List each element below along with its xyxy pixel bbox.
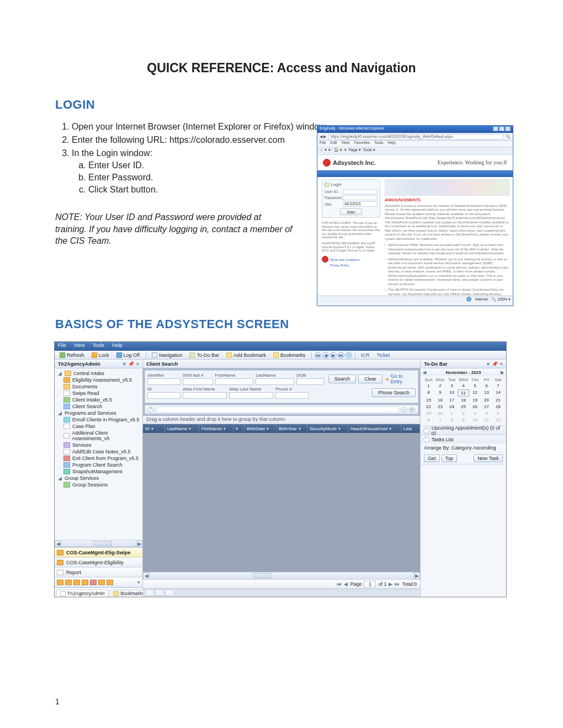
calendar-day[interactable]: 5 — [492, 410, 504, 416]
todobar-icon[interactable] — [189, 352, 195, 358]
calendar-day[interactable]: 6 — [481, 383, 492, 389]
nav-tree[interactable]: ◢Central Intake Eligibility Assessment_v… — [55, 368, 142, 547]
nav-next-icon[interactable]: ▶ — [330, 352, 337, 358]
phone-search-button[interactable]: Phone Search — [372, 388, 416, 397]
lp-row-eligibility[interactable]: COS-CaseMgmt-Eligibility — [55, 558, 142, 568]
calendar-day[interactable]: 26 — [469, 404, 481, 410]
grid-header[interactable]: ID▾ LastName▾ FirstName▾ ▾ BirthDate▾ Bi… — [143, 424, 420, 433]
clear-button[interactable]: Clear — [358, 374, 383, 383]
calendar-day[interactable]: 19 — [469, 397, 481, 403]
calendar-day[interactable]: 25 — [458, 404, 469, 410]
page-input[interactable]: 1 — [364, 581, 376, 587]
tab-bookmarks[interactable]: Bookmarks — [109, 590, 148, 597]
calendar-day[interactable]: 6 — [423, 417, 434, 423]
calendar-day[interactable]: 2 — [434, 383, 446, 389]
icr-link[interactable]: ICR — [358, 352, 373, 358]
nav-prev-icon[interactable]: ◀ — [322, 352, 329, 358]
pager[interactable]: ⏮◀ Page 1 of 1 ▶⏭ Total:0 — [143, 579, 420, 588]
calendar-day[interactable]: 4 — [481, 410, 492, 416]
calendar-day[interactable]: 21 — [492, 397, 504, 403]
goto-entry-link[interactable]: ➔Go to Entry — [385, 373, 416, 384]
calendar-day[interactable]: 2 — [458, 410, 469, 416]
calendar-day[interactable]: 10 — [446, 389, 458, 397]
search-button[interactable]: Search — [328, 374, 357, 383]
calendar-day[interactable]: 11 — [458, 389, 469, 397]
ie-menu-tools[interactable]: Tools — [374, 141, 383, 144]
new-task-button[interactable]: New Task — [474, 454, 503, 462]
cal-prev-icon[interactable]: ◀ — [423, 370, 426, 375]
nav-first-icon[interactable]: ⏮ — [315, 352, 321, 358]
calendar-day[interactable]: 5 — [469, 383, 481, 389]
refresh-path-icon[interactable]: ⟳ — [409, 406, 416, 413]
calendar-day[interactable]: 17 — [446, 397, 458, 403]
address-bar[interactable]: https://enginuity95.esserver.com/AES2015… — [328, 134, 503, 140]
calendar-day[interactable]: 7 — [492, 383, 504, 389]
password-input[interactable] — [343, 195, 378, 200]
lp-row-elig-swipe[interactable]: COS-CaseMgmt-Elig-Swipe — [55, 548, 142, 558]
phone-input[interactable] — [275, 392, 309, 399]
calendar-day[interactable]: 28 — [492, 404, 504, 410]
calendar-day[interactable]: 1 — [423, 383, 434, 389]
calendar[interactable]: ◀ November - 2015 ▶ SunMonTueWedThuFriSa… — [421, 368, 506, 426]
calendar-day[interactable]: 16 — [434, 397, 446, 403]
calendar-day[interactable]: 9 — [458, 417, 469, 423]
ie-menu-favorites[interactable]: Favorites — [354, 141, 370, 144]
lp-row-report[interactable]: Report — [55, 568, 142, 577]
calendar-day[interactable]: 1 — [446, 410, 458, 416]
lastname-input[interactable] — [256, 378, 294, 385]
firstname-input[interactable] — [215, 378, 254, 385]
app-toolbar[interactable]: Refresh Lock Log Off Navigation To-Do Ba… — [55, 351, 506, 360]
calendar-day[interactable]: 15 — [423, 397, 434, 403]
group-header[interactable]: Drag a column header and drop it here to… — [143, 416, 420, 424]
calendar-day[interactable]: 30 — [434, 410, 446, 416]
calendar-day[interactable]: 8 — [423, 389, 434, 397]
top-button[interactable]: Top — [442, 454, 458, 462]
ie-toolbar[interactable]: ☆ ✦ ▾ 🏠 ▾ ▾ Page ▾ Tools ▾ — [317, 147, 513, 155]
calendar-day[interactable]: 4 — [458, 383, 469, 389]
calendar-day[interactable]: 7 — [434, 417, 446, 423]
logoff-icon[interactable] — [116, 352, 122, 358]
calendar-day[interactable]: 3 — [469, 410, 481, 416]
addbookmark-icon[interactable] — [226, 352, 232, 358]
site-select[interactable]: AES2015 — [343, 201, 378, 207]
calendar-day[interactable]: 20 — [481, 397, 492, 403]
home-icon[interactable]: ⌂ — [401, 406, 407, 413]
calendar-day[interactable]: 24 — [446, 404, 458, 410]
close-icon[interactable]: × — [136, 361, 139, 367]
tab-agencyadmin[interactable]: TA2AgencyAdmin — [56, 590, 108, 597]
calendar-day[interactable]: 23 — [434, 404, 446, 410]
dob-input[interactable] — [296, 378, 324, 385]
lp-icon-row[interactable]: ▾ — [55, 577, 142, 587]
privacy-link[interactable]: Privacy Policy — [330, 264, 359, 267]
calendar-day[interactable]: 29 — [423, 410, 434, 416]
bookmarks-icon[interactable] — [273, 352, 279, 358]
pin-icon[interactable]: ▾ — [123, 361, 126, 367]
ie-menu-help[interactable]: Help — [387, 141, 395, 144]
lock-icon[interactable] — [92, 352, 97, 358]
refresh-icon[interactable] — [60, 352, 65, 358]
aliaslast-input[interactable] — [229, 392, 273, 399]
calendar-day[interactable]: 8 — [446, 417, 458, 423]
ie-menu-view[interactable]: View — [341, 141, 349, 144]
ie-menu-file[interactable]: File — [320, 141, 326, 144]
tree-scrollbar[interactable]: ◀ ▶ — [55, 540, 142, 547]
calendar-day[interactable]: 27 — [481, 404, 492, 410]
ssn-input[interactable] — [183, 378, 213, 385]
chevron-icon[interactable]: ˅ — [423, 436, 429, 442]
calendar-day[interactable]: 12 — [492, 417, 504, 423]
userid-input[interactable] — [343, 189, 378, 194]
close-icon[interactable]: × — [500, 361, 503, 367]
help-icon[interactable]: ? — [346, 352, 352, 358]
id-input[interactable] — [147, 392, 180, 399]
calendar-day[interactable]: 3 — [446, 383, 458, 389]
calendar-day[interactable]: 12 — [469, 389, 481, 397]
identifier-input[interactable] — [147, 378, 180, 385]
path-bar[interactable]: ˄ ⌂ ⟳ — [145, 405, 418, 414]
chevron-icon[interactable]: ˅ — [423, 427, 429, 433]
aliasfirst-input[interactable] — [183, 392, 227, 399]
calendar-day[interactable]: 9 — [434, 389, 446, 397]
calendar-day[interactable]: 14 — [492, 389, 504, 397]
navigation-icon[interactable] — [152, 352, 157, 358]
terms-link[interactable]: Terms and Conditions — [330, 258, 359, 262]
ie-menu-edit[interactable]: Edit — [330, 141, 337, 144]
